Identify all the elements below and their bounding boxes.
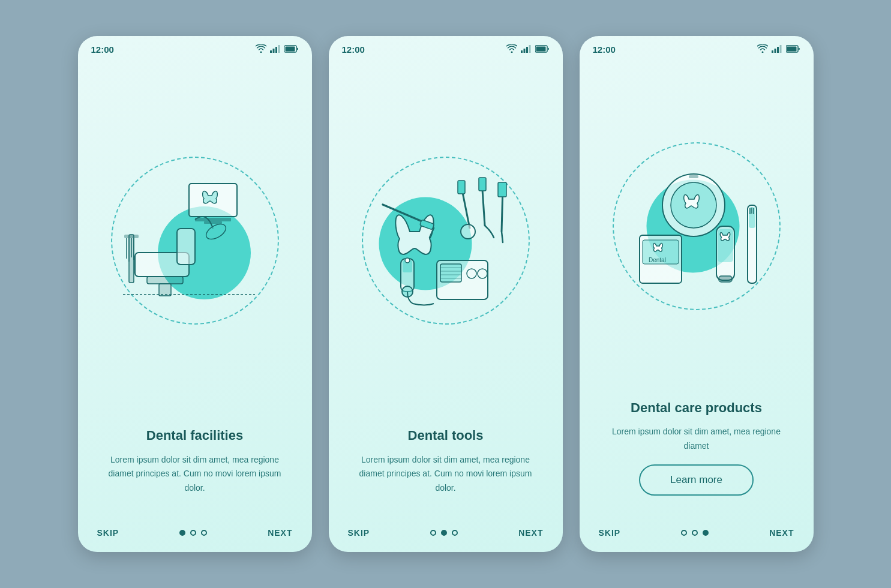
battery-icon-1 xyxy=(284,45,299,55)
dots-2 xyxy=(430,530,458,536)
status-bar-2: 12:00 xyxy=(329,36,563,59)
illustration-area-3: Dental xyxy=(580,59,814,394)
svg-rect-7 xyxy=(195,218,231,221)
svg-rect-49 xyxy=(772,50,773,53)
status-bar-1: 12:00 xyxy=(78,36,312,59)
svg-rect-11 xyxy=(147,277,183,284)
screen-description-1: Lorem ipsum dolor sit dim amet, mea regi… xyxy=(97,453,293,496)
battery-icon-2 xyxy=(535,45,550,55)
screen-title-1: Dental facilities xyxy=(97,427,293,445)
svg-rect-8 xyxy=(204,221,222,224)
bottom-nav-2: SKIP NEXT xyxy=(329,518,563,552)
phone-screen-2: 12:00 xyxy=(329,36,563,552)
dental-tools-illustration xyxy=(362,166,530,322)
status-icons-2 xyxy=(506,44,550,55)
status-icons-1 xyxy=(256,44,299,55)
next-button-1[interactable]: NEXT xyxy=(268,528,292,538)
phone-screen-1: 12:00 xyxy=(78,36,312,552)
battery-icon-3 xyxy=(786,45,800,55)
svg-rect-3 xyxy=(278,45,280,53)
svg-rect-23 xyxy=(526,47,528,53)
illustration-area-2 xyxy=(329,59,563,421)
status-icons-3 xyxy=(757,44,800,55)
svg-rect-21 xyxy=(521,50,523,53)
dot-2-1 xyxy=(430,530,436,536)
svg-rect-31 xyxy=(458,181,465,194)
svg-point-32 xyxy=(461,224,475,239)
signal-icon-2 xyxy=(521,44,532,55)
dot-3-2 xyxy=(692,530,698,536)
next-button-3[interactable]: NEXT xyxy=(769,528,794,538)
svg-rect-0 xyxy=(270,50,272,53)
wifi-icon-2 xyxy=(506,44,517,55)
dot-3-3 xyxy=(703,530,709,536)
learn-more-button[interactable]: Learn more xyxy=(639,464,754,496)
svg-point-40 xyxy=(405,258,410,263)
phone-screen-3: 12:00 xyxy=(580,36,814,552)
signal-icon-3 xyxy=(772,44,782,55)
next-button-2[interactable]: NEXT xyxy=(518,528,543,538)
svg-rect-51 xyxy=(777,47,779,53)
products-svg: Dental xyxy=(616,157,778,301)
svg-rect-54 xyxy=(787,46,796,51)
svg-rect-34 xyxy=(479,178,486,191)
skip-button-2[interactable]: SKIP xyxy=(348,528,370,538)
screen-title-3: Dental care products xyxy=(599,400,794,417)
facilities-svg xyxy=(117,175,273,313)
svg-rect-26 xyxy=(536,46,545,51)
dot-1-2 xyxy=(190,530,196,536)
bottom-nav-1: SKIP NEXT xyxy=(78,518,312,552)
screen-description-3: Lorem ipsum dolor sit dim amet, mea regi… xyxy=(599,425,794,454)
content-area-3: Dental care products Lorem ipsum dolor s… xyxy=(580,394,814,518)
signal-icon-1 xyxy=(270,44,281,55)
wifi-icon-3 xyxy=(757,44,768,55)
time-1: 12:00 xyxy=(91,44,114,55)
dot-1-1 xyxy=(179,530,185,536)
svg-rect-5 xyxy=(285,46,295,51)
dot-2-3 xyxy=(452,530,458,536)
skip-button-3[interactable]: SKIP xyxy=(599,528,621,538)
svg-rect-12 xyxy=(159,284,171,296)
dental-products-illustration: Dental xyxy=(613,151,781,307)
svg-rect-63 xyxy=(719,276,732,282)
dots-1 xyxy=(179,530,207,536)
screen-description-2: Lorem ipsum dolor sit dim amet, mea regi… xyxy=(348,453,544,496)
svg-rect-42 xyxy=(440,264,461,282)
svg-rect-52 xyxy=(779,45,781,53)
content-area-2: Dental tools Lorem ipsum dolor sit dim a… xyxy=(329,421,563,518)
wifi-icon-1 xyxy=(256,44,266,55)
screens-container: 12:00 xyxy=(78,36,814,552)
dental-facilities-illustration xyxy=(111,166,279,322)
svg-rect-1 xyxy=(272,49,274,53)
svg-point-13 xyxy=(203,221,228,242)
status-bar-3: 12:00 xyxy=(580,36,814,59)
svg-text:Dental: Dental xyxy=(649,257,666,263)
svg-rect-57 xyxy=(689,175,698,178)
svg-rect-24 xyxy=(529,45,530,53)
dots-3 xyxy=(681,530,709,536)
svg-rect-10 xyxy=(177,229,195,265)
time-3: 12:00 xyxy=(593,44,616,55)
svg-rect-15 xyxy=(124,235,139,238)
bottom-nav-3: SKIP NEXT xyxy=(580,518,814,552)
dot-3-1 xyxy=(681,530,687,536)
svg-rect-22 xyxy=(523,49,525,53)
dot-1-3 xyxy=(201,530,207,536)
svg-rect-2 xyxy=(275,47,277,53)
content-area-1: Dental facilities Lorem ipsum dolor sit … xyxy=(78,421,312,518)
illustration-area-1 xyxy=(78,59,312,421)
time-2: 12:00 xyxy=(342,44,365,55)
skip-button-1[interactable]: SKIP xyxy=(97,528,119,538)
dot-2-2 xyxy=(441,530,447,536)
tools-svg xyxy=(365,172,527,316)
screen-title-2: Dental tools xyxy=(348,427,544,445)
svg-rect-36 xyxy=(498,182,506,197)
svg-rect-50 xyxy=(774,49,776,53)
